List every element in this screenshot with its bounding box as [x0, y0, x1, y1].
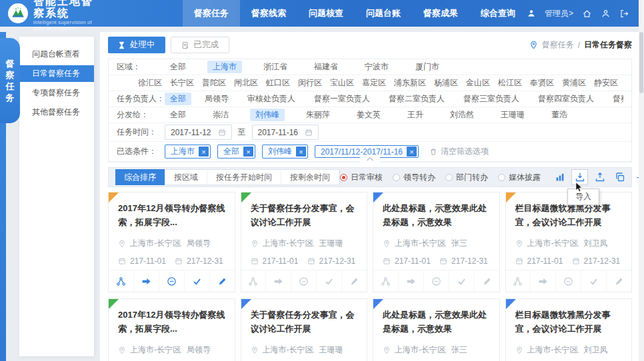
owner-option[interactable]: 局领导 — [199, 93, 234, 105]
district-option[interactable]: 普陀区 — [198, 77, 230, 89]
tag-close-icon[interactable]: × — [199, 147, 209, 157]
filter-collapse-toggle[interactable] — [360, 155, 380, 163]
export-button[interactable] — [591, 169, 608, 185]
task-card[interactable]: 2017年12月领导转办督察线索，拓展字段... 上海市-长宁区 局领导 — [108, 192, 235, 292]
owner-option[interactable]: 督察三室负责人 — [458, 93, 525, 105]
district-option[interactable]: 杨浦区 — [430, 77, 462, 89]
forward-button[interactable] — [399, 270, 424, 292]
task-card[interactable]: 栏目标题微软雅黑分发事宜，会议讨论工作开展 上海市-长宁区 刘卫凤 — [505, 298, 633, 361]
assignee-option[interactable]: 姜文英 — [351, 109, 386, 121]
district-option[interactable]: 宝山区 — [326, 77, 358, 89]
distribute-button[interactable] — [373, 270, 399, 292]
assignee-option[interactable]: 王珊珊 — [495, 109, 530, 121]
region-option[interactable]: 浙江省 — [258, 61, 293, 73]
task-card[interactable]: 关于督察任务分发事宜，会议讨论工作开展 上海市-长宁区 王珊珊 — [241, 298, 368, 361]
assignee-option[interactable]: 刘伟峰 — [250, 109, 285, 121]
owner-option[interactable]: 督察二室负责人 — [383, 93, 450, 105]
suspend-button[interactable] — [159, 270, 185, 292]
nav-item[interactable]: 综合查询 — [469, 0, 527, 27]
statistics-button[interactable] — [551, 169, 568, 185]
sidebar-item[interactable]: 专项督察任务 — [19, 85, 94, 101]
assignee-option[interactable]: 朱丽萍 — [301, 109, 335, 121]
clear-filters-button[interactable]: 清空筛选选项 — [429, 146, 489, 157]
distribute-button[interactable] — [241, 270, 267, 292]
selected-filter-tag[interactable]: 全部 × — [217, 145, 255, 159]
region-option[interactable]: 福建省 — [309, 61, 343, 73]
edit-button[interactable] — [475, 270, 499, 292]
edit-button[interactable] — [607, 270, 631, 292]
home-icon[interactable] — [582, 9, 592, 19]
owner-option[interactable]: 全部 — [165, 93, 191, 105]
suspend-button[interactable] — [424, 270, 449, 292]
region-option[interactable]: 厦门市 — [410, 61, 445, 73]
forward-button[interactable] — [531, 270, 556, 292]
region-option[interactable]: 上海市 — [207, 61, 242, 73]
nav-item[interactable]: 问题台账 — [355, 0, 412, 27]
sidebar-item[interactable]: 日常督察任务 — [19, 65, 94, 82]
tab-processing[interactable]: 处理中 — [108, 37, 165, 53]
edit-button[interactable] — [342, 270, 367, 292]
district-option[interactable]: 浦东新区 — [390, 77, 430, 89]
sidebar-item[interactable]: 问题台帐查看 — [19, 46, 94, 63]
add-button[interactable]: + — [631, 169, 639, 185]
district-option[interactable]: 奉贤区 — [526, 77, 558, 89]
category-radio[interactable]: 媒体披露 — [498, 172, 541, 183]
assignee-option[interactable]: 全部 — [165, 109, 191, 121]
nav-item[interactable]: 督察成果 — [412, 0, 469, 27]
complete-button[interactable] — [185, 270, 210, 292]
edit-button[interactable] — [210, 270, 235, 292]
user-label[interactable]: 管理员> — [545, 8, 573, 19]
sort-tab[interactable]: 按剩余时间 — [281, 170, 339, 184]
tag-close-icon[interactable]: × — [407, 147, 417, 157]
district-option[interactable]: 嘉定区 — [358, 77, 390, 89]
assignee-option[interactable]: 崇洁 — [207, 109, 234, 121]
logout-icon[interactable] — [619, 9, 629, 19]
sort-tab[interactable]: 按任务开始时间 — [207, 170, 281, 184]
assignee-option[interactable]: 董浩 — [546, 109, 573, 121]
complete-button[interactable] — [317, 270, 342, 292]
owner-option[interactable]: 督察五室负责人 — [607, 93, 623, 105]
district-option[interactable]: 虹口区 — [262, 77, 294, 89]
owner-option[interactable]: 审核处负责人 — [242, 93, 301, 105]
nav-item[interactable]: 督察线索 — [240, 0, 297, 27]
forward-button[interactable] — [134, 270, 159, 292]
end-date-input[interactable]: 2017-11-16 — [252, 125, 319, 140]
selected-filter-tag[interactable]: 上海市 × — [165, 145, 211, 159]
owner-option[interactable]: 督察四室负责人 — [533, 93, 599, 105]
tag-close-icon[interactable]: × — [243, 147, 253, 157]
tab-done[interactable]: 已完成 — [171, 37, 230, 53]
scrollbar-thumb[interactable] — [639, 32, 643, 93]
district-option[interactable]: 静安区 — [590, 77, 622, 89]
distribute-button[interactable] — [506, 270, 531, 292]
suspend-button[interactable] — [291, 270, 317, 292]
district-option[interactable]: 长宁区 — [166, 77, 198, 89]
nav-item[interactable]: 督察任务 — [183, 0, 240, 27]
district-option[interactable]: 金山区 — [462, 77, 494, 89]
assignee-option[interactable]: 王升 — [402, 109, 429, 121]
selected-filter-tag[interactable]: 刘伟峰 × — [262, 145, 308, 159]
task-card[interactable]: 此处是标题，示意效果此处是标题，示意效果 上海市-长宁区 张三 — [373, 192, 500, 292]
district-option[interactable]: 黄浦区 — [558, 77, 590, 89]
sort-tab[interactable]: 综合排序 — [115, 169, 165, 185]
profile-icon[interactable] — [601, 9, 611, 19]
suspend-button[interactable] — [556, 270, 581, 292]
tag-close-icon[interactable]: × — [296, 147, 306, 157]
assignee-option[interactable]: 刘浩然 — [445, 109, 479, 121]
nav-item[interactable]: 问题核查 — [297, 0, 355, 27]
district-option[interactable]: 闵行区 — [294, 77, 326, 89]
category-radio[interactable]: 部门转办 — [445, 172, 488, 183]
sidebar-item[interactable]: 其他督察任务 — [19, 104, 94, 121]
breadcrumb-section[interactable]: 督察任务 — [542, 39, 574, 51]
category-radio[interactable]: 日常审核 — [340, 172, 383, 183]
region-option[interactable]: 全部 — [165, 61, 191, 73]
complete-button[interactable] — [581, 270, 607, 292]
forward-button[interactable] — [266, 270, 291, 292]
start-date-input[interactable]: 2017-11-12 — [165, 125, 232, 140]
task-card[interactable]: 关于督察任务分发事宜，会议讨论工作开展 上海市-长宁区 王珊珊 — [241, 192, 368, 292]
owner-option[interactable]: 督察一室负责人 — [309, 93, 375, 105]
complete-button[interactable] — [449, 270, 475, 292]
district-option[interactable]: 松江区 — [494, 77, 526, 89]
district-option[interactable]: 闸北区 — [230, 77, 262, 89]
district-option[interactable]: 徐汇区 — [134, 77, 166, 89]
vertical-module-tab[interactable]: 督察任务 — [0, 38, 20, 123]
